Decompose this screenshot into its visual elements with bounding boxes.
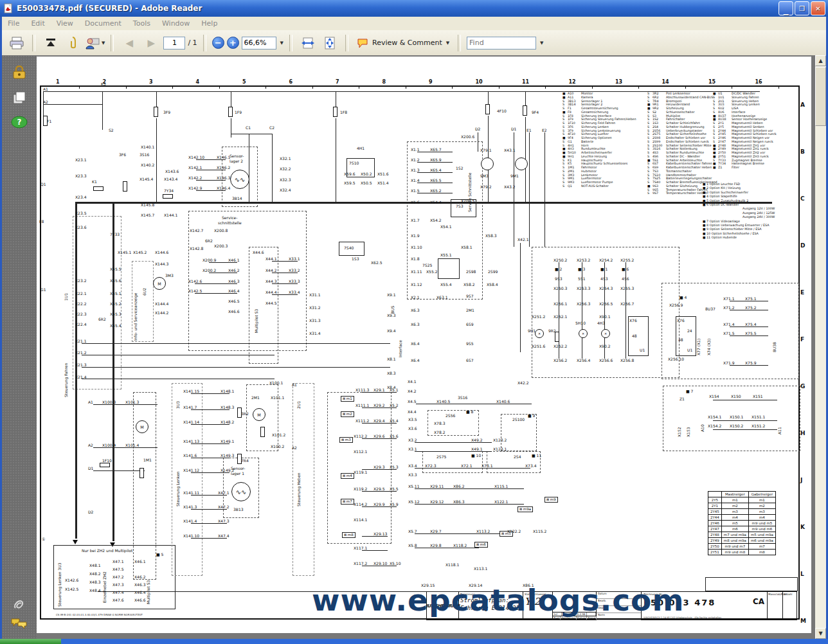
schematic-label: X4.4 <box>408 410 417 414</box>
menu-view[interactable]: View <box>51 18 79 29</box>
schematic-vertical-label: Interface <box>398 340 402 357</box>
sign-dropdown-arrow[interactable]: ▼ <box>102 40 105 46</box>
schematic-label: X1.8 <box>411 257 420 261</box>
wire <box>191 538 227 539</box>
document-area[interactable]: ■A10Monitor■A11KameraS3B13Sensorlager 1S… <box>37 55 815 639</box>
minimize-button[interactable]: ▁ <box>779 1 793 15</box>
find-dropdown-arrow[interactable]: ▼ <box>540 40 543 46</box>
scrollbar-thumb[interactable] <box>815 67 826 126</box>
schematic-label: X72.3 <box>425 464 436 468</box>
schematic-label: X21.1 <box>75 339 86 343</box>
schematic-label: X29.11 <box>430 485 444 488</box>
zoom-out-button[interactable]: − <box>212 37 224 49</box>
schematic-label: D1 <box>88 467 93 470</box>
navigation-sidebar[interactable]: ? <box>2 55 37 639</box>
review-dropdown-arrow[interactable]: ▼ <box>446 40 449 46</box>
schematic-label: X255.2 <box>620 258 634 262</box>
schematic-label: X29.8 <box>430 544 441 548</box>
schematic-label: D1 <box>511 127 516 131</box>
scroll-up-button[interactable]: ▲ <box>815 55 826 66</box>
schematic-label: X251.2 <box>532 315 545 319</box>
previous-view-button[interactable]: ◀ <box>120 33 139 53</box>
fuse-symbol <box>260 427 265 437</box>
page-number-input[interactable] <box>163 37 185 49</box>
schematic-label: X9.3 <box>387 314 396 318</box>
wire <box>529 132 530 247</box>
schematic-label: X141.14 <box>183 420 199 424</box>
scroll-down-button[interactable]: ▼ <box>815 628 826 639</box>
restore-button[interactable]: ❐ <box>795 1 809 15</box>
menu-tools[interactable]: Tools <box>127 18 156 29</box>
schematic-label: X253.2 <box>577 258 590 262</box>
next-view-button[interactable]: ▶ <box>141 33 161 53</box>
menu-file[interactable]: File <box>2 18 25 29</box>
schematic-label: X22.1 <box>75 292 86 296</box>
menu-window[interactable]: Window <box>156 18 195 29</box>
attach-paperclip-icon <box>68 36 78 50</box>
schematic-label: 7Y33 <box>110 233 120 237</box>
security-lock-icon[interactable] <box>11 66 28 80</box>
schematic-label: CS IM-B-241 02.03.01.3.40.03/1.479 DRAW … <box>56 613 143 617</box>
schematic-vertical-label: Steuerung Heben <box>296 472 301 506</box>
schematic-label: X76 <box>677 319 685 323</box>
schematic-label: X123.1 <box>493 447 507 451</box>
schematic-label: X4.1 <box>408 380 417 384</box>
schematic-label: X8.1 <box>387 357 396 361</box>
sign-button[interactable]: ▼ <box>85 33 105 53</box>
valve-symbol: m2 <box>341 411 354 417</box>
fit-width-button[interactable] <box>298 33 318 53</box>
schematic-label: X142.5 <box>188 289 202 293</box>
close-button[interactable]: ✕ <box>811 1 825 15</box>
schematic-label: X254.3 <box>599 287 613 291</box>
schematic-label: X54.1 <box>440 225 451 229</box>
schematic-vertical-label: 3U3 <box>176 401 180 409</box>
wire <box>272 273 298 273</box>
grid-row-letter: K <box>800 524 805 530</box>
start-button-edge <box>0 639 61 644</box>
bus-arrow <box>73 540 78 544</box>
zoom-level-input[interactable] <box>242 37 276 49</box>
zoom-in-button[interactable]: + <box>227 37 239 49</box>
schematic-label: X254.2 <box>599 258 613 262</box>
schematic-label: X47.6 <box>113 598 123 602</box>
title-bar[interactable]: E50033478.pdf (SECURED) - Adobe Reader ▁… <box>0 0 828 17</box>
zoom-dropdown-arrow[interactable]: ▼ <box>280 40 284 46</box>
wire <box>730 365 768 366</box>
schematic-vertical-label: Steuerung Lenken <box>176 471 180 506</box>
schematic-vertical-label: 1U1 <box>64 293 68 301</box>
schematic-label: X21.3 <box>75 363 86 367</box>
schematic-label: X145.8 <box>141 203 154 207</box>
schematic-label: 7S10 <box>349 161 359 165</box>
wire <box>191 495 227 496</box>
comments-icon[interactable] <box>10 617 28 630</box>
component-block <box>705 577 798 591</box>
fit-page-button[interactable] <box>320 33 339 53</box>
pages-icon[interactable] <box>11 90 28 105</box>
vertical-scrollbar[interactable]: ▲ ▼ <box>815 55 826 639</box>
schematic-label: X3.5 <box>408 418 417 422</box>
menu-bar[interactable]: FileEditViewDocumentToolsWindowHelp <box>2 17 826 31</box>
schematic-label: X256.7 <box>620 302 634 306</box>
wire <box>82 379 274 379</box>
schematic-label: X45.1 <box>110 292 121 296</box>
attachments-paperclip-icon[interactable] <box>11 596 28 613</box>
schematic-label: 24 <box>687 329 692 333</box>
schematic-sheet[interactable]: ■A10Monitor■A11KameraS3B13Sensorlager 1S… <box>37 57 811 633</box>
help-icon[interactable]: ? <box>10 116 28 129</box>
attach-button[interactable] <box>63 33 82 53</box>
schematic-label: 2S99 <box>488 270 498 274</box>
schematic-label: X111.2 <box>356 419 369 423</box>
review-comment-button[interactable]: Review & Comment ▼ <box>354 33 452 53</box>
schematic-label: X33.4 <box>289 291 300 294</box>
menu-edit[interactable]: Edit <box>25 18 50 29</box>
print-button[interactable] <box>7 33 26 53</box>
schematic-label: X75.2 <box>745 306 756 310</box>
schematic-label: X122.1 <box>494 500 508 504</box>
email-button[interactable] <box>41 33 60 53</box>
schematic-vertical-label: Multipilot S3 <box>254 309 258 333</box>
menu-document[interactable]: Document <box>79 18 127 29</box>
menu-help[interactable]: Help <box>195 18 223 29</box>
toolbar[interactable]: ▼ ◀ ▶ / 1 − + ▼ Review & Comment ▼ ▼ <box>2 30 826 55</box>
find-input[interactable] <box>467 37 536 49</box>
schematic-label: X148.1 <box>221 389 234 393</box>
